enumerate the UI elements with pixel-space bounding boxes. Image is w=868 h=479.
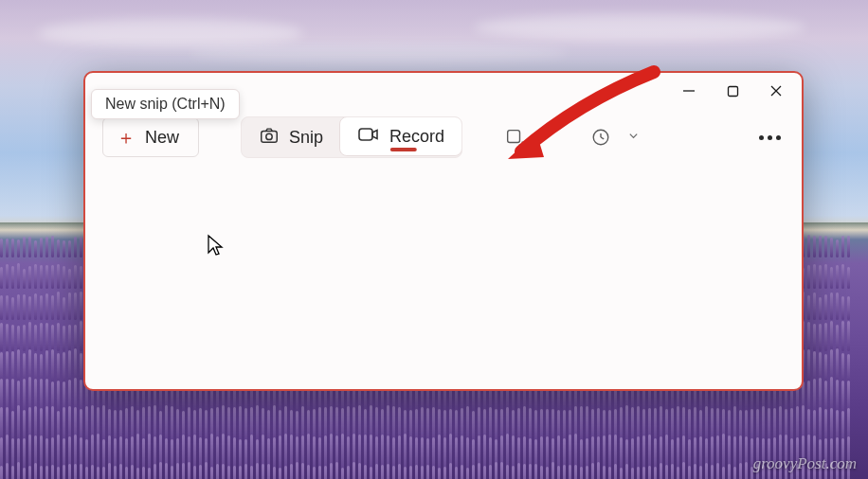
chevron-down-icon[interactable] xyxy=(624,131,642,144)
video-icon xyxy=(357,124,380,150)
tooltip-text: New snip (Ctrl+N) xyxy=(105,96,226,112)
new-button-label: New xyxy=(145,128,179,148)
close-button[interactable] xyxy=(754,76,798,106)
tab-record[interactable]: Record xyxy=(339,116,462,156)
svg-rect-1 xyxy=(728,86,737,96)
minimize-button[interactable] xyxy=(667,76,711,106)
chevron-down-icon[interactable] xyxy=(538,131,556,144)
canvas-area xyxy=(87,168,800,387)
new-button[interactable]: ＋ New xyxy=(102,117,199,157)
snip-mode-button[interactable] xyxy=(498,117,531,157)
watermark: groovyPost.com xyxy=(753,454,857,473)
snip-label: Snip xyxy=(289,128,323,148)
more-button[interactable] xyxy=(750,135,790,140)
svg-rect-4 xyxy=(262,131,278,142)
svg-line-12 xyxy=(601,137,604,139)
maximize-button[interactable] xyxy=(711,76,754,106)
tab-snip[interactable]: Snip xyxy=(242,117,340,157)
active-indicator xyxy=(390,148,417,151)
svg-rect-7 xyxy=(508,131,520,143)
svg-rect-6 xyxy=(359,129,372,140)
record-label: Record xyxy=(389,127,444,147)
plus-icon: ＋ xyxy=(117,125,136,151)
mode-toggle: Snip Record xyxy=(241,116,462,158)
cursor-icon xyxy=(207,234,226,258)
camera-icon xyxy=(259,125,280,151)
svg-point-5 xyxy=(266,133,272,139)
new-button-tooltip: New snip (Ctrl+N) xyxy=(91,89,240,119)
delay-button[interactable] xyxy=(585,117,617,157)
